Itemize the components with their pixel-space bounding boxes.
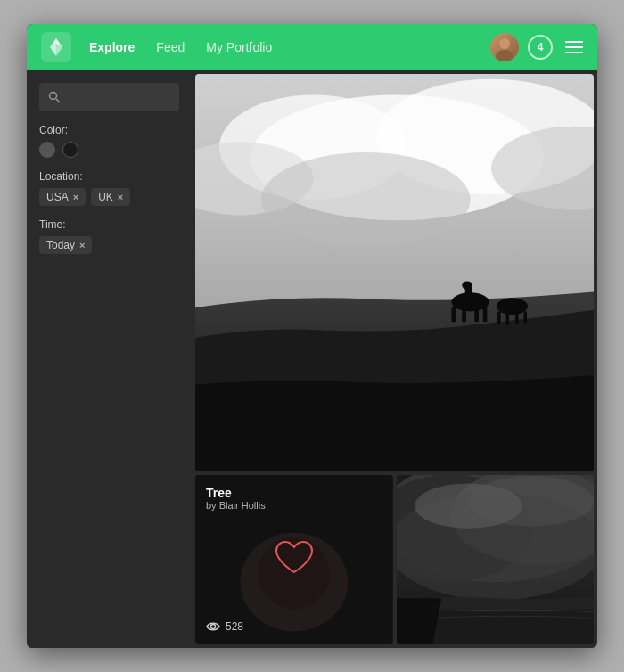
header-right: 4 xyxy=(490,33,583,61)
nav-links: Explore Feed My Portfolio xyxy=(89,40,490,54)
svg-rect-22 xyxy=(505,311,509,324)
tag-today[interactable]: Today × xyxy=(39,236,92,254)
location-label: Location: xyxy=(39,170,179,183)
svg-point-1 xyxy=(499,38,510,49)
tag-today-label: Today xyxy=(46,239,75,251)
tag-uk-label: UK xyxy=(98,191,113,203)
heart-icon[interactable] xyxy=(273,538,316,581)
time-tags: Today × xyxy=(39,236,179,254)
svg-rect-15 xyxy=(462,307,466,322)
app-container: Explore Feed My Portfolio 4 xyxy=(27,24,597,648)
gallery: Tree by Blair Hollis 528 xyxy=(192,70,597,648)
notification-badge[interactable]: 4 xyxy=(528,35,553,60)
main-photo-image xyxy=(195,74,594,471)
search-box[interactable] xyxy=(39,83,179,111)
card-author-tree: by Blair Hollis xyxy=(206,500,266,511)
tag-uk[interactable]: UK × xyxy=(91,188,130,206)
color-filter: Color: xyxy=(39,124,179,158)
color-options xyxy=(39,142,179,158)
eye-icon xyxy=(206,619,220,634)
nav-explore[interactable]: Explore xyxy=(89,40,135,54)
sea-photo xyxy=(397,475,595,644)
time-label: Time: xyxy=(39,218,179,231)
heart-svg xyxy=(273,538,316,578)
svg-point-28 xyxy=(211,625,216,629)
gallery-bottom: Tree by Blair Hollis 528 xyxy=(195,475,594,644)
svg-rect-17 xyxy=(483,307,488,322)
svg-point-18 xyxy=(462,281,472,289)
svg-line-4 xyxy=(56,99,60,102)
card-info-tree: Tree by Blair Hollis xyxy=(206,486,266,511)
tag-today-close[interactable]: × xyxy=(79,240,85,250)
photo-card-sea[interactable] xyxy=(397,475,595,644)
svg-rect-21 xyxy=(497,311,501,324)
tag-usa[interactable]: USA × xyxy=(39,188,86,206)
views-count: 528 xyxy=(226,620,243,633)
search-icon xyxy=(48,91,61,103)
nav-portfolio[interactable]: My Portfolio xyxy=(206,40,272,54)
hamburger-icon[interactable] xyxy=(565,41,583,53)
location-filter: Location: USA × UK × xyxy=(39,170,179,206)
svg-rect-23 xyxy=(515,311,519,324)
svg-point-35 xyxy=(468,476,594,526)
svg-point-3 xyxy=(50,93,57,100)
svg-point-11 xyxy=(261,152,471,247)
header: Explore Feed My Portfolio 4 xyxy=(27,24,597,70)
card-title-tree: Tree xyxy=(206,486,266,500)
time-filter: Time: Today × xyxy=(39,218,179,254)
logo-icon[interactable] xyxy=(41,32,71,62)
location-tags: USA × UK × xyxy=(39,188,179,206)
svg-point-2 xyxy=(496,50,513,61)
tag-usa-close[interactable]: × xyxy=(73,192,78,202)
main-photo[interactable] xyxy=(195,74,594,471)
color-dark[interactable] xyxy=(62,142,78,158)
tag-usa-label: USA xyxy=(46,191,69,203)
svg-rect-14 xyxy=(451,307,456,322)
svg-rect-24 xyxy=(523,311,527,323)
photo-card-tree[interactable]: Tree by Blair Hollis 528 xyxy=(195,475,393,644)
sidebar: Color: Location: USA × UK × xyxy=(27,70,192,648)
avatar[interactable] xyxy=(490,33,519,61)
color-label: Color: xyxy=(39,124,179,136)
color-gray[interactable] xyxy=(39,142,55,158)
tag-uk-close[interactable]: × xyxy=(118,192,123,202)
main-content: Color: Location: USA × UK × xyxy=(27,70,597,648)
card-views: 528 xyxy=(206,619,243,634)
nav-feed[interactable]: Feed xyxy=(156,40,185,54)
svg-rect-16 xyxy=(474,307,479,322)
